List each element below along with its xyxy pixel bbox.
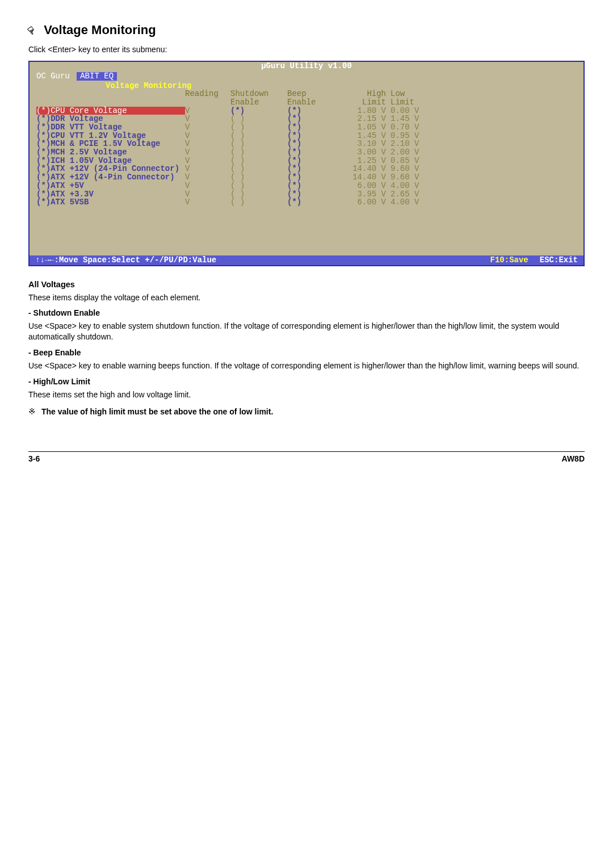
- voltage-table: Reading Shutdown Beep High Low Enable En…: [30, 90, 583, 255]
- row-shutdown-enable[interactable]: ( ): [230, 148, 287, 157]
- table-row[interactable]: (*)ATX +12V (4-Pin Connector)V( )(*)14.4…: [36, 173, 577, 182]
- table-row[interactable]: (*)DDR VTT VoltageV( )(*)1.05 V0.70 V: [36, 123, 577, 132]
- row-high-limit[interactable]: 1.05 V: [338, 123, 391, 132]
- shutdown-enable-text: Use <Space> key to enable system shutdow…: [28, 321, 585, 342]
- row-shutdown-enable[interactable]: ( ): [230, 182, 287, 190]
- row-name[interactable]: (*)CPU VTT 1.2V Voltage: [36, 132, 185, 140]
- table-row[interactable]: (*)ATX +12V (24-Pin Connector)V( )(*)14.…: [36, 165, 577, 173]
- row-name[interactable]: (*)ATX +5V: [36, 182, 185, 190]
- row-reading: V: [185, 198, 230, 207]
- row-shutdown-enable[interactable]: ( ): [230, 115, 287, 123]
- heading-text: Voltage Monitoring: [44, 23, 156, 37]
- row-name[interactable]: (*)MCH 2.5V Voltage: [36, 148, 185, 157]
- table-row[interactable]: (*)ATX +3.3VV( )(*)3.95 V2.65 V: [36, 190, 577, 199]
- row-reading: V: [185, 190, 230, 199]
- row-reading: V: [185, 157, 230, 165]
- row-name[interactable]: (*)ATX +12V (24-Pin Connector): [36, 165, 185, 173]
- row-beep-enable[interactable]: (*): [287, 182, 338, 190]
- row-low-limit[interactable]: 4.00 V: [391, 198, 442, 207]
- row-beep-enable[interactable]: (*): [287, 123, 338, 132]
- row-high-limit[interactable]: 3.10 V: [338, 140, 391, 148]
- row-beep-enable[interactable]: (*): [287, 173, 338, 182]
- col-shutdown: Shutdown: [230, 90, 287, 98]
- row-high-limit[interactable]: 2.15 V: [338, 115, 391, 123]
- row-high-limit[interactable]: 14.40 V: [338, 173, 391, 182]
- table-header-row-2: Enable Enable Limit Limit: [36, 98, 577, 107]
- row-reading: V: [185, 123, 230, 132]
- row-beep-enable[interactable]: (*): [287, 107, 338, 115]
- table-row[interactable]: (*)ATX +5VV( )(*)6.00 V4.00 V: [36, 182, 577, 190]
- row-shutdown-enable[interactable]: ( ): [230, 140, 287, 148]
- row-low-limit[interactable]: 4.00 V: [391, 182, 442, 190]
- col-low: Low: [391, 90, 442, 98]
- row-high-limit[interactable]: 1.45 V: [338, 132, 391, 140]
- note-text: The value of high limit must be set abov…: [41, 407, 273, 416]
- row-beep-enable[interactable]: (*): [287, 198, 338, 207]
- menu-oc-guru[interactable]: OC Guru: [36, 72, 70, 81]
- col-high: High: [338, 90, 391, 98]
- row-beep-enable[interactable]: (*): [287, 132, 338, 140]
- row-name[interactable]: (*)CPU Core Voltage: [36, 107, 185, 115]
- row-low-limit[interactable]: 2.10 V: [391, 140, 442, 148]
- pointer-icon: ☟: [25, 24, 38, 37]
- row-name[interactable]: (*)ATX +3.3V: [36, 190, 185, 199]
- row-shutdown-enable[interactable]: ( ): [230, 165, 287, 173]
- section-heading: ☟ Voltage Monitoring: [28, 23, 585, 37]
- col-beep: Beep: [287, 90, 338, 98]
- row-high-limit[interactable]: 3.95 V: [338, 190, 391, 199]
- high-low-limit-heading: - High/Low Limit: [28, 377, 585, 386]
- row-name[interactable]: (*)DDR VTT Voltage: [36, 123, 185, 132]
- row-shutdown-enable[interactable]: ( ): [230, 190, 287, 199]
- row-low-limit[interactable]: 0.70 V: [391, 123, 442, 132]
- note-line: ※ The value of high limit must be set ab…: [28, 406, 585, 417]
- row-shutdown-enable[interactable]: ( ): [230, 123, 287, 132]
- row-low-limit[interactable]: 1.45 V: [391, 115, 442, 123]
- row-high-limit[interactable]: 3.00 V: [338, 148, 391, 157]
- row-beep-enable[interactable]: (*): [287, 140, 338, 148]
- table-row[interactable]: (*)CPU Core VoltageV(*)(*)1.80 V0.00 V: [36, 107, 577, 115]
- row-name[interactable]: (*)ATX 5VSB: [36, 198, 185, 207]
- row-name[interactable]: (*)DDR Voltage: [36, 115, 185, 123]
- row-shutdown-enable[interactable]: ( ): [230, 157, 287, 165]
- row-high-limit[interactable]: 1.80 V: [338, 107, 391, 115]
- page-number: 3-6: [28, 454, 562, 463]
- menu-abit-eq[interactable]: ABIT EQ: [77, 72, 117, 81]
- row-low-limit[interactable]: 0.00 V: [391, 107, 442, 115]
- row-beep-enable[interactable]: (*): [287, 157, 338, 165]
- row-low-limit[interactable]: 9.60 V: [391, 165, 442, 173]
- row-beep-enable[interactable]: (*): [287, 115, 338, 123]
- row-shutdown-enable[interactable]: ( ): [230, 173, 287, 182]
- table-row[interactable]: (*)ATX 5VSBV( )(*)6.00 V4.00 V: [36, 198, 577, 207]
- table-row[interactable]: (*)MCH 2.5V VoltageV( )(*)3.00 V2.00 V: [36, 148, 577, 157]
- row-beep-enable[interactable]: (*): [287, 165, 338, 173]
- row-low-limit[interactable]: 9.60 V: [391, 173, 442, 182]
- row-name[interactable]: (*)MCH & PCIE 1.5V Voltage: [36, 140, 185, 148]
- row-name[interactable]: (*)ATX +12V (4-Pin Connector): [36, 173, 185, 182]
- row-high-limit[interactable]: 6.00 V: [338, 182, 391, 190]
- row-shutdown-enable[interactable]: ( ): [230, 132, 287, 140]
- table-row[interactable]: (*)MCH & PCIE 1.5V VoltageV( )(*)3.10 V2…: [36, 140, 577, 148]
- row-low-limit[interactable]: 0.85 V: [391, 157, 442, 165]
- beep-enable-text: Use <Space> key to enable warning beeps …: [28, 360, 585, 371]
- row-beep-enable[interactable]: (*): [287, 148, 338, 157]
- row-shutdown-enable[interactable]: (*): [230, 107, 287, 115]
- row-reading: V: [185, 148, 230, 157]
- table-row[interactable]: (*)DDR VoltageV( )(*)2.15 V1.45 V: [36, 115, 577, 123]
- row-low-limit[interactable]: 2.00 V: [391, 148, 442, 157]
- footer-save-hint: F10:Save: [490, 256, 528, 265]
- page-footer: 3-6 AW8D: [28, 451, 585, 463]
- table-row[interactable]: (*)ICH 1.05V VoltageV( )(*)1.25 V0.85 V: [36, 157, 577, 165]
- row-high-limit[interactable]: 14.40 V: [338, 165, 391, 173]
- table-row[interactable]: (*)CPU VTT 1.2V VoltageV( )(*)1.45 V0.95…: [36, 132, 577, 140]
- footer-nav-hint: ↑↓→←:Move Space:Select +/-/PU/PD:Value: [35, 256, 490, 265]
- row-name[interactable]: (*)ICH 1.05V Voltage: [36, 157, 185, 165]
- row-reading: V: [185, 182, 230, 190]
- row-reading: V: [185, 107, 230, 115]
- all-voltages-text: These items display the voltage of each …: [28, 292, 585, 303]
- row-high-limit[interactable]: 1.25 V: [338, 157, 391, 165]
- row-low-limit[interactable]: 0.95 V: [391, 132, 442, 140]
- row-shutdown-enable[interactable]: ( ): [230, 198, 287, 207]
- row-low-limit[interactable]: 2.65 V: [391, 190, 442, 199]
- row-beep-enable[interactable]: (*): [287, 190, 338, 199]
- row-high-limit[interactable]: 6.00 V: [338, 198, 391, 207]
